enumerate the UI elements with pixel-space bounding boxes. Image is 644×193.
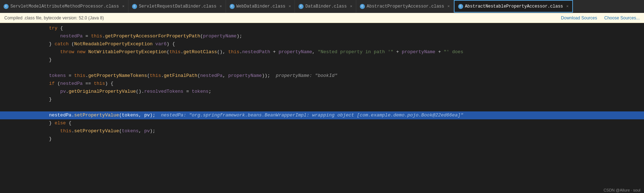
tab-servlet-model[interactable]: C ServletModelAttributeMethodProcessor.c…	[0, 0, 128, 13]
tab-abstract-property[interactable]: C AbstractPropertyAccessor.class ×	[356, 0, 454, 13]
compiled-info-text: Compiled .class file, bytecode version: …	[4, 15, 104, 20]
line-content-3: } catch (NotReadablePropertyException va…	[13, 40, 644, 48]
gutter-8	[0, 80, 13, 88]
tab-servlet-request[interactable]: C ServletRequestDataBinder.class ×	[128, 0, 226, 13]
code-line-10: }	[0, 96, 644, 104]
tab-close-6[interactable]: ×	[566, 4, 569, 9]
line-content-13: } else {	[13, 119, 644, 127]
line-content-2: nestedPa = this.getPropertyAccessorForPr…	[13, 32, 644, 40]
code-line-9: pv.getOriginalPropertyValue().resolvedTo…	[0, 88, 644, 96]
tab-close-1[interactable]: ×	[122, 4, 124, 9]
tab-label-5: AbstractPropertyAccessor.class	[367, 4, 444, 9]
code-line-4: throw new NotWritablePropertyException(t…	[0, 48, 644, 56]
line-content-4: throw new NotWritablePropertyException(t…	[13, 48, 644, 56]
gutter-15	[0, 135, 13, 143]
tab-icon-1: C	[4, 4, 9, 9]
tab-icon-2: C	[132, 4, 137, 9]
tab-icon-5: C	[360, 4, 365, 9]
line-content-12: nestedPa.setPropertyValue(tokens, pv); n…	[13, 111, 644, 119]
gutter-9	[0, 88, 13, 96]
tab-data-binder[interactable]: C DataBinder.class ×	[295, 0, 356, 13]
gutter-14	[0, 127, 13, 135]
code-area: try { nestedPa = this.getPropertyAccesso…	[0, 23, 644, 193]
line-content-6	[13, 64, 644, 72]
code-line-7: tokens = this.getPropertyNameTokens(this…	[0, 72, 644, 80]
tab-abstract-nestable[interactable]: C AbstractNestablePropertyAccessor.class…	[454, 0, 573, 13]
tab-label-1: ServletModelAttributeMethodProcessor.cla…	[10, 4, 119, 9]
line-content-1: try {	[13, 24, 644, 32]
info-bar-actions: Download Sources Choose Sources...	[561, 15, 640, 20]
code-line-2: nestedPa = this.getPropertyAccessorForPr…	[0, 32, 644, 40]
gutter-11	[0, 104, 13, 111]
gutter-10	[0, 96, 13, 104]
tab-label-4: DataBinder.class	[305, 4, 347, 9]
code-line-3: } catch (NotReadablePropertyException va…	[0, 40, 644, 48]
gutter-7	[0, 72, 13, 80]
code-line-8: if (nestedPa == this) {	[0, 80, 644, 88]
info-bar: Compiled .class file, bytecode version: …	[0, 13, 644, 23]
line-content-15: }	[13, 135, 644, 143]
tab-close-4[interactable]: ×	[350, 4, 352, 9]
choose-sources-link[interactable]: Choose Sources...	[604, 15, 640, 20]
tab-label-3: WebDataBinder.class	[236, 4, 286, 9]
tab-icon-4: C	[299, 4, 304, 9]
code-line-14: this.setPropertyValue(tokens, pv);	[0, 127, 644, 135]
code-line-13: } else {	[0, 119, 644, 127]
gutter-13	[0, 119, 13, 127]
line-content-14: this.setPropertyValue(tokens, pv);	[13, 127, 644, 135]
line-content-11	[13, 104, 644, 111]
gutter-1	[0, 24, 13, 32]
status-bar: CSDN @Allure · soul	[600, 187, 644, 193]
line-content-5: }	[13, 56, 644, 64]
code-line-11	[0, 104, 644, 111]
code-line-5: }	[0, 56, 644, 64]
line-content-7: tokens = this.getPropertyNameTokens(this…	[13, 72, 644, 80]
tab-close-3[interactable]: ×	[289, 4, 291, 9]
gutter-12	[0, 111, 13, 119]
tab-label-6: AbstractNestablePropertyAccessor.class	[465, 4, 563, 9]
tab-icon-6: C	[458, 4, 463, 9]
status-bar-text: CSDN @Allure · soul	[603, 188, 640, 192]
tab-close-2[interactable]: ×	[220, 4, 222, 9]
code-line-1: try {	[0, 24, 644, 32]
gutter-4	[0, 48, 13, 56]
code-line-15: }	[0, 135, 644, 143]
tab-label-2: ServletRequestDataBinder.class	[139, 4, 216, 9]
tab-icon-3: C	[230, 4, 235, 9]
line-content-9: pv.getOriginalPropertyValue().resolvedTo…	[13, 88, 644, 96]
gutter-2	[0, 32, 13, 40]
code-line-6	[0, 64, 644, 72]
code-content: try { nestedPa = this.getPropertyAccesso…	[0, 23, 644, 193]
tab-web-data-binder[interactable]: C WebDataBinder.class ×	[226, 0, 295, 13]
tab-close-5[interactable]: ×	[447, 4, 450, 9]
gutter-3	[0, 40, 13, 48]
gutter-6	[0, 64, 13, 72]
code-line-12: nestedPa.setPropertyValue(tokens, pv); n…	[0, 111, 644, 119]
line-content-10: }	[13, 96, 644, 104]
tab-bar: C ServletModelAttributeMethodProcessor.c…	[0, 0, 644, 13]
gutter-5	[0, 56, 13, 64]
download-sources-link[interactable]: Download Sources	[561, 15, 597, 20]
line-content-8: if (nestedPa == this) {	[13, 80, 644, 88]
